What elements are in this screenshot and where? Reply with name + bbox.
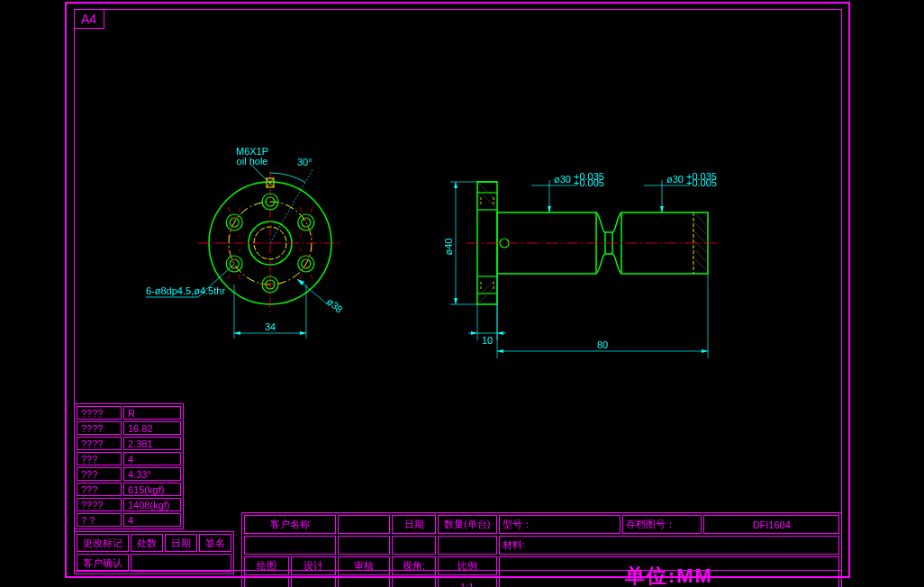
design-label: 设计 bbox=[291, 556, 336, 575]
scale-label: 比例 bbox=[438, 556, 497, 575]
table-row: ???4 bbox=[77, 452, 181, 465]
customer-label: 客户名称 bbox=[244, 515, 336, 534]
material-label: 材料: bbox=[499, 536, 839, 555]
archive-label: 存档图号： bbox=[622, 515, 702, 534]
inner-frame bbox=[74, 9, 842, 571]
sheet-size-box: A4 bbox=[74, 9, 104, 29]
table-row: ???615(kgf) bbox=[77, 483, 181, 496]
cad-canvas: A4 bbox=[0, 0, 924, 587]
table-row: ????2.381 bbox=[77, 437, 181, 450]
table-row: ? ?4 bbox=[77, 513, 181, 527]
check-label: 审核 bbox=[338, 556, 390, 575]
sheet-size-label: A4 bbox=[81, 12, 96, 26]
rev-header: 签名 bbox=[199, 534, 231, 552]
scale-value: 1:1 bbox=[438, 577, 497, 587]
model-label: 型号： bbox=[499, 515, 621, 534]
rev-header: 日期 bbox=[165, 534, 197, 552]
unit-label: 单位:MM bbox=[625, 564, 713, 587]
qty-label: 数量(单台) bbox=[438, 515, 497, 534]
revision-table: 更改标记 处数 日期 签名 客户确认 bbox=[74, 531, 234, 574]
date-label: 日期 bbox=[392, 515, 435, 534]
draw-label: 绘图 bbox=[244, 556, 289, 575]
table-row: ????16.82 bbox=[77, 421, 181, 435]
table-row: ????R bbox=[77, 406, 181, 420]
rev-header: 处数 bbox=[131, 534, 163, 552]
rev-header: 更改标记 bbox=[77, 534, 129, 552]
table-row: ???4.33° bbox=[77, 467, 181, 481]
customer-confirm: 客户确认 bbox=[77, 554, 129, 572]
parameter-table: ????R ????16.82 ????2.381 ???4 ???4.33° … bbox=[74, 403, 184, 529]
title-block: 客户名称 日期 数量(单台) 型号： 存档图号： DFI1604 材料: 绘图 … bbox=[241, 512, 842, 587]
archive-number: DFI1604 bbox=[703, 515, 839, 534]
table-row: ????1408(kgf) bbox=[77, 498, 181, 511]
view-label: 视角: bbox=[392, 556, 435, 575]
